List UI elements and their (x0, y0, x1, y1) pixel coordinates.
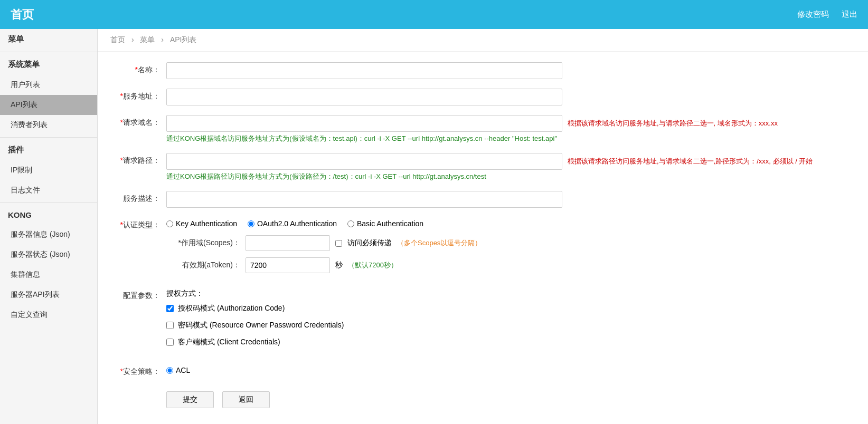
security-label: *安全策略： (114, 364, 166, 377)
request-path-hint: 根据该请求路径访问服务地址,与请求域名二选一,路径形式为：/xxx, 必须以 /… (568, 157, 813, 166)
sidebar-item-log-file[interactable]: 日志文件 (0, 180, 97, 200)
config-params-row: 配置参数： 授权方式： 授权码模式 (Authorization Code) 密… (114, 289, 852, 354)
sidebar: 菜单 系统菜单 用户列表 API列表 消费者列表 插件 IP限制 日志文件 KO… (0, 29, 98, 424)
token-unit: 秒 (335, 261, 343, 270)
sidebar-item-server-info[interactable]: 服务器信息 (Json) (0, 225, 97, 245)
sidebar-item-custom-query[interactable]: 自定义查询 (0, 305, 97, 325)
sidebar-item-server-status[interactable]: 服务器状态 (Json) (0, 245, 97, 265)
service-desc-label: 服务描述： (114, 191, 166, 204)
service-desc-row: 服务描述： (114, 191, 852, 208)
name-row: *名称： (114, 62, 852, 79)
request-domain-hint-green: 通过KONG根据域名访问服务地址方式为(假设域名为：test.api)：curl… (166, 134, 852, 143)
request-path-content: 根据该请求路径访问服务地址,与请求域名二选一,路径形式为：/xxx, 必须以 /… (166, 153, 852, 181)
request-domain-input[interactable] (166, 115, 562, 132)
token-label: 有效期(aToken)： (166, 261, 240, 270)
grant-auth-code-checkbox[interactable] (166, 305, 174, 312)
service-addr-content (166, 89, 852, 105)
breadcrumb-menu[interactable]: 菜单 (140, 35, 155, 44)
grant-auth-code-item: 授权码模式 (Authorization Code) (166, 304, 852, 313)
grant-type-label: 授权方式： (166, 289, 852, 298)
auth-key-radio[interactable] (166, 220, 173, 227)
sidebar-item-ip-limit[interactable]: IP限制 (0, 160, 97, 180)
sidebar-section-kong: KONG (0, 205, 97, 225)
submit-button[interactable]: 提交 (166, 391, 214, 408)
token-hint: （默认7200秒） (348, 261, 398, 270)
service-addr-label: *服务地址： (114, 89, 166, 101)
header-title: 首页 (11, 7, 34, 23)
grant-password-checkbox[interactable] (166, 322, 174, 329)
request-path-outer-row: *请求路径： 根据该请求路径访问服务地址,与请求域名二选一,路径形式为：/xxx… (114, 153, 852, 181)
service-desc-input[interactable] (166, 191, 562, 208)
back-button[interactable]: 返回 (222, 391, 270, 408)
grant-types-container: 授权码模式 (Authorization Code) 密码模式 (Resourc… (166, 304, 852, 347)
breadcrumb-sep-1: › (131, 35, 136, 44)
request-path-input-row: 根据该请求路径访问服务地址,与请求域名二选一,路径形式为：/xxx, 必须以 /… (166, 153, 852, 170)
auth-basic-option[interactable]: Basic Authentication (347, 219, 423, 228)
change-password-link[interactable]: 修改密码 (797, 9, 829, 20)
sidebar-item-cluster-info[interactable]: 集群信息 (0, 265, 97, 285)
sidebar-item-user-list[interactable]: 用户列表 (0, 75, 97, 95)
auth-basic-radio[interactable] (347, 220, 354, 227)
main-content: 首页 › 菜单 › API列表 *名称： *服务地址： (98, 29, 868, 424)
name-input[interactable] (166, 62, 562, 79)
grant-auth-code-label: 授权码模式 (Authorization Code) (178, 304, 285, 313)
scopes-row: *作用域(Scopes)： 访问必须传递 （多个Scopes以逗号分隔） (166, 235, 852, 251)
token-row: 有效期(aToken)： 秒 （默认7200秒） (166, 257, 852, 273)
request-domain-input-row: 根据该请求域名访问服务地址,与请求路径二选一, 域名形式为：xxx.xx (166, 115, 852, 132)
request-domain-hint: 根据该请求域名访问服务地址,与请求路径二选一, 域名形式为：xxx.xx (568, 119, 778, 128)
button-spacer (114, 386, 166, 389)
config-params-content: 授权方式： 授权码模式 (Authorization Code) 密码模式 (R… (166, 289, 852, 354)
auth-key-label: Key Authentication (176, 219, 237, 228)
grant-client-label: 客户端模式 (Client Credentials) (178, 338, 280, 347)
grant-client-checkbox[interactable] (166, 339, 174, 346)
button-row-container: 提交 返回 (114, 386, 852, 408)
security-content: ACL (166, 364, 852, 374)
sidebar-divider-3 (0, 203, 97, 203)
oauth2-fields: *作用域(Scopes)： 访问必须传递 （多个Scopes以逗号分隔） 有效期… (166, 235, 852, 273)
security-radio-group: ACL (166, 364, 852, 374)
scopes-required-checkbox[interactable] (335, 240, 342, 247)
token-input[interactable] (246, 257, 330, 273)
security-acl-radio[interactable] (166, 367, 173, 374)
config-params-label: 配置参数： (114, 289, 166, 301)
auth-type-content: Key Authentication OAuth2.0 Authenticati… (166, 217, 852, 280)
request-path-label: *请求路径： (114, 153, 166, 166)
name-required-mark: * (135, 65, 138, 74)
sidebar-item-server-api-list[interactable]: 服务器API列表 (0, 285, 97, 305)
auth-oauth2-label: OAuth2.0 Authentication (257, 219, 337, 228)
sidebar-section-system: 系统菜单 (0, 54, 97, 75)
auth-oauth2-option[interactable]: OAuth2.0 Authentication (248, 219, 337, 228)
sidebar-item-consumer-list[interactable]: 消费者列表 (0, 115, 97, 135)
service-addr-row: *服务地址： (114, 89, 852, 105)
scopes-checkbox-label: 访问必须传递 (347, 238, 392, 248)
request-domain-label: *请求域名： (114, 115, 166, 128)
auth-type-label: *认证类型： (114, 217, 166, 230)
header-actions: 修改密码 退出 (797, 9, 857, 20)
request-domain-outer-row: *请求域名： 根据该请求域名访问服务地址,与请求路径二选一, 域名形式为：xxx… (114, 115, 852, 143)
breadcrumb: 首页 › 菜单 › API列表 (98, 29, 868, 52)
service-addr-input[interactable] (166, 89, 562, 105)
sidebar-title: 菜单 (0, 29, 97, 50)
name-content (166, 62, 852, 79)
breadcrumb-api-list[interactable]: API列表 (170, 35, 197, 44)
sidebar-item-api-list[interactable]: API列表 (0, 95, 97, 115)
auth-oauth2-radio[interactable] (248, 220, 254, 227)
scopes-input[interactable] (246, 235, 330, 251)
request-domain-content: 根据该请求域名访问服务地址,与请求路径二选一, 域名形式为：xxx.xx 通过K… (166, 115, 852, 143)
security-acl-option[interactable]: ACL (166, 366, 190, 374)
breadcrumb-sep-2: › (161, 35, 166, 44)
auth-type-row: *认证类型： Key Authentication OAuth2.0 Authe… (114, 217, 852, 280)
security-row: *安全策略： ACL (114, 364, 852, 377)
request-path-input[interactable] (166, 153, 562, 170)
auth-basic-label: Basic Authentication (357, 219, 423, 228)
logout-link[interactable]: 退出 (842, 9, 857, 20)
breadcrumb-home[interactable]: 首页 (110, 35, 125, 44)
button-row: 提交 返回 (166, 391, 270, 408)
grant-password-label: 密码模式 (Resource Owner Password Credential… (178, 321, 344, 330)
security-acl-label: ACL (176, 366, 190, 374)
layout: 菜单 系统菜单 用户列表 API列表 消费者列表 插件 IP限制 日志文件 KO… (0, 29, 868, 424)
header: 首页 修改密码 退出 (0, 0, 868, 29)
auth-key-option[interactable]: Key Authentication (166, 219, 237, 228)
service-desc-content (166, 191, 852, 208)
form-area: *名称： *服务地址： *请求域名： (98, 52, 868, 424)
